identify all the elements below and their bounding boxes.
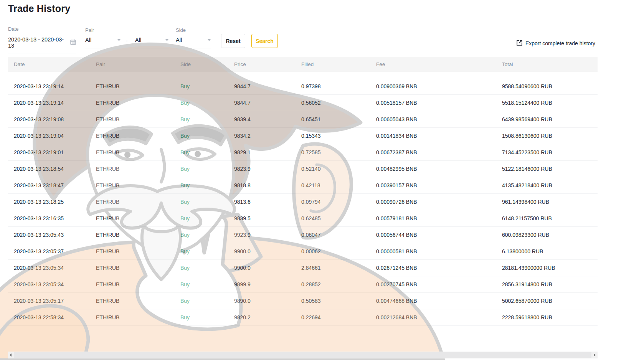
cell-filled: 0.97398	[301, 83, 376, 89]
calendar-icon[interactable]	[70, 39, 76, 46]
cell-fee: 0.00579181 BNB	[376, 215, 502, 221]
cell-fee: 0.00141834 BNB	[376, 133, 502, 139]
cell-pair: ETH/RUB	[96, 166, 180, 172]
cell-total: 9588.54090600 RUB	[502, 83, 598, 89]
reset-button[interactable]: Reset	[221, 34, 245, 48]
cell-pair: ETH/RUB	[96, 265, 180, 271]
cell-price: 9899.9	[234, 281, 301, 287]
table-row: 2020-03-13 23:05:34 ETH/RUB Buy 9900.0 2…	[8, 260, 598, 276]
cell-side: Buy	[180, 265, 234, 271]
cell-side: Buy	[180, 281, 234, 287]
cell-date: 2020-03-13 23:05:17	[14, 298, 96, 304]
scroll-left-icon[interactable]	[10, 353, 12, 357]
trade-table-body: 2020-03-13 23:19:14 ETH/RUB Buy 9844.7 0…	[8, 72, 598, 326]
pair-base-select[interactable]: All	[85, 37, 121, 48]
cell-date: 2020-03-13 23:19:01	[14, 149, 96, 155]
cell-side: Buy	[180, 100, 234, 106]
cell-side: Buy	[180, 166, 234, 172]
table-row: 2020-03-13 23:18:54 ETH/RUB Buy 9823.9 0…	[8, 161, 598, 177]
table-row: 2020-03-13 23:18:47 ETH/RUB Buy 9818.8 0…	[8, 177, 598, 194]
cell-date: 2020-03-13 23:18:25	[14, 199, 96, 205]
cell-side: Buy	[180, 83, 234, 89]
cell-pair: ETH/RUB	[96, 248, 180, 254]
cell-date: 2020-03-13 23:19:14	[14, 100, 96, 106]
cell-date: 2020-03-13 23:18:54	[14, 166, 96, 172]
cell-pair: ETH/RUB	[96, 298, 180, 304]
column-header-fee: Fee	[376, 61, 502, 67]
page-title: Trade History	[8, 3, 70, 14]
column-header-date: Date	[14, 61, 96, 67]
cell-price: 9829.1	[234, 149, 301, 155]
cell-pair: ETH/RUB	[96, 199, 180, 205]
table-row: 2020-03-13 23:05:34 ETH/RUB Buy 9899.9 0…	[8, 276, 598, 293]
cell-side: Buy	[180, 182, 234, 188]
cell-total: 6439.98569400 RUB	[502, 116, 598, 122]
cell-fee: 0.00672387 BNB	[376, 149, 502, 155]
cell-pair: ETH/RUB	[96, 232, 180, 238]
cell-fee: 0.00270745 BNB	[376, 281, 502, 287]
cell-filled: 0.56052	[301, 100, 376, 106]
export-trade-history-link[interactable]: Export complete trade history	[517, 40, 595, 47]
cell-date: 2020-03-13 22:58:34	[14, 314, 96, 320]
cell-fee: 0.00474668 BNB	[376, 298, 502, 304]
cell-filled: 0.42118	[301, 182, 376, 188]
table-header-row: Date Pair Side Price Filled Fee Total	[8, 57, 598, 72]
cell-filled: 0.28852	[301, 281, 376, 287]
cell-total: 5122.18146000 RUB	[502, 166, 598, 172]
cell-price: 9890.0	[234, 298, 301, 304]
export-link-label: Export complete trade history	[525, 40, 595, 46]
pair-quote-select[interactable]: All	[135, 37, 169, 48]
cell-price: 9839.4	[234, 116, 301, 122]
date-range-value: 2020-03-13 - 2020-03-13	[8, 36, 68, 49]
cell-price: 9818.8	[234, 182, 301, 188]
cell-pair: ETH/RUB	[96, 182, 180, 188]
cell-filled: 0.09794	[301, 199, 376, 205]
cell-total: 1508.86130600 RUB	[502, 133, 598, 139]
table-row: 2020-03-13 23:19:01 ETH/RUB Buy 9829.1 0…	[8, 144, 598, 161]
cell-filled: 2.84661	[301, 265, 376, 271]
cell-pair: ETH/RUB	[96, 314, 180, 320]
date-range-input[interactable]: 2020-03-13 - 2020-03-13	[8, 36, 76, 53]
cell-total: 5518.15124400 RUB	[502, 100, 598, 106]
column-header-filled: Filled	[301, 61, 376, 67]
chevron-down-icon	[117, 39, 121, 41]
table-row: 2020-03-13 22:58:34 ETH/RUB Buy 9820.2 0…	[8, 309, 598, 326]
pair-filter-label: Pair	[85, 27, 94, 33]
side-filter-label: Side	[176, 27, 186, 33]
cell-pair: ETH/RUB	[96, 133, 180, 139]
cell-fee: 0.00056744 BNB	[376, 232, 502, 238]
horizontal-scrollbar-thumb[interactable]	[14, 352, 591, 358]
cell-price: 9823.9	[234, 166, 301, 172]
cell-total: 4135.48218400 RUB	[502, 182, 598, 188]
pair-quote-value: All	[135, 37, 141, 43]
side-select[interactable]: All	[176, 37, 211, 48]
cell-side: Buy	[180, 133, 234, 139]
column-header-price: Price	[234, 61, 301, 67]
table-row: 2020-03-13 23:18:25 ETH/RUB Buy 9813.6 0…	[8, 194, 598, 210]
cell-pair: ETH/RUB	[96, 100, 180, 106]
scroll-right-icon[interactable]	[594, 353, 596, 357]
search-button[interactable]: Search	[251, 34, 278, 48]
horizontal-scrollbar[interactable]	[8, 352, 598, 358]
cell-filled: 0.00062	[301, 248, 376, 254]
cell-side: Buy	[180, 199, 234, 205]
cell-filled: 0.62485	[301, 215, 376, 221]
cell-filled: 0.52140	[301, 166, 376, 172]
column-header-total: Total	[502, 61, 598, 67]
side-value: All	[176, 37, 182, 43]
table-row: 2020-03-13 23:05:37 ETH/RUB Buy 9900.0 0…	[8, 243, 598, 260]
cell-price: 9844.7	[234, 83, 301, 89]
cell-total: 600.09823300 RUB	[502, 232, 598, 238]
pair-separator: -	[126, 38, 128, 44]
column-header-side: Side	[180, 61, 234, 67]
pair-base-value: All	[85, 37, 91, 43]
cell-total: 5002.65870000 RUB	[502, 298, 598, 304]
cell-side: Buy	[180, 314, 234, 320]
cell-price: 9834.2	[234, 133, 301, 139]
cell-fee: 0.00482995 BNB	[376, 166, 502, 172]
cell-price: 9839.5	[234, 215, 301, 221]
cell-date: 2020-03-13 23:16:35	[14, 215, 96, 221]
cell-filled: 0.50583	[301, 298, 376, 304]
chevron-down-icon	[207, 39, 211, 41]
cell-side: Buy	[180, 215, 234, 221]
